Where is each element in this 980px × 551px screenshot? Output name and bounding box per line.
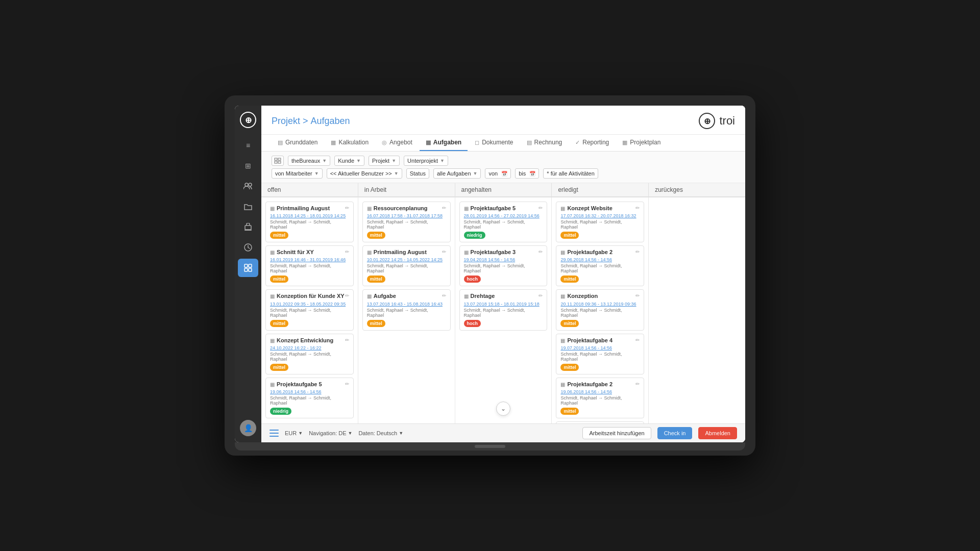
column-angehalten: ▦ Projektaufgabe 5 ✏ 28.01.2019 14:56 - … (455, 197, 552, 423)
task-card[interactable]: ▦ Ressourcenplanung ✏ 16.07.2018 17:58 -… (362, 202, 451, 242)
tab-grunddaten[interactable]: ▤ Grunddaten (272, 135, 324, 151)
sidebar-item-stamp[interactable] (238, 218, 258, 236)
card-edit-icon[interactable]: ✏ (442, 293, 446, 298)
tab-reporting[interactable]: ✓ Reporting (569, 135, 615, 151)
task-card[interactable]: ▦ Konzept Website ✏ 17.07.2018 16:32 - 2… (556, 202, 644, 242)
task-card[interactable]: ▦ Printmailing August ✏ 10.01.2022 14:25… (362, 245, 451, 286)
abmelden-button[interactable]: Abmelden (698, 427, 737, 439)
column-in-arbeit: ▦ Ressourcenplanung ✏ 16.07.2018 17:58 -… (358, 197, 455, 423)
card-person: Schmidt, Raphael → Schmidt, Raphael (367, 308, 446, 318)
task-card[interactable]: ▦ Printmailing August ✏ 16.11.2018 14:25… (265, 202, 354, 242)
card-edit-icon[interactable]: ✏ (635, 337, 640, 343)
card-date: 19.06.2018 14:56 - 14:56 (270, 389, 349, 394)
card-person: Schmidt, Raphael → Schmidt, Raphael (270, 263, 349, 273)
tab-aufgaben-label: Aufgaben (433, 139, 461, 146)
kunde-label: Kunde (338, 158, 354, 164)
von-mitarbeiter-arrow: ▼ (314, 171, 319, 176)
kunde-arrow: ▼ (356, 158, 361, 163)
alle-aufgaben-select[interactable]: alle Aufgaben ▼ (433, 168, 481, 179)
sidebar-item-folder[interactable] (238, 197, 258, 216)
aktivitaeten-input[interactable]: * für alle Aktivitäten (543, 168, 598, 179)
kalkulation-icon: ▦ (331, 139, 336, 146)
card-edit-icon[interactable]: ✏ (538, 249, 543, 255)
status-label: Status (410, 170, 426, 177)
tab-dokumente[interactable]: ◻ Dokumente (469, 135, 519, 151)
company-icon (272, 156, 284, 166)
card-task-icon: ▦ (464, 249, 469, 255)
task-card[interactable]: ▦ Konzeption für Kunde XY ✏ 13.01.2022 0… (265, 289, 354, 330)
card-edit-icon[interactable]: ✏ (538, 293, 543, 298)
arbeitszeit-button[interactable]: Arbeitszeit hinzufügen (582, 427, 651, 439)
task-card[interactable]: ▦ Konzeption ✏ 20.11.2018 09:36 - 13.12.… (556, 289, 644, 330)
task-card[interactable]: ▦ Projektaufgabe 4 ✏ 19.07.2018 14:56 - … (556, 334, 644, 374)
von-mitarbeiter-select[interactable]: von Mitarbeiter ▼ (272, 168, 323, 179)
card-edit-icon[interactable]: ✏ (345, 205, 349, 211)
sidebar-item-team[interactable] (238, 177, 258, 195)
task-card[interactable]: ▦ Projektaufgabe 2 ✏ 19.06.2018 14:56 - … (556, 378, 644, 418)
card-title: Projektaufgabe 3 (471, 249, 516, 256)
footer-menu-icon[interactable] (270, 430, 279, 437)
user-avatar[interactable]: 👤 (240, 420, 256, 436)
card-edit-icon[interactable]: ✏ (345, 249, 349, 255)
unterprojekt-label: Unterprojekt (407, 158, 438, 164)
projekt-select[interactable]: Projekt ▼ (369, 156, 400, 166)
card-title: Projektaufgabe 4 (567, 337, 612, 344)
tab-aufgaben[interactable]: ▦ Aufgaben (420, 135, 468, 151)
tab-kalkulation[interactable]: ▦ Kalkulation (325, 135, 375, 151)
card-task-icon: ▦ (560, 249, 565, 255)
task-card[interactable]: ▦ Projektaufgabe 3 ✏ 19.04.2018 14:56 - … (459, 245, 548, 286)
status-select[interactable]: Status (406, 168, 429, 179)
card-edit-icon[interactable]: ✏ (635, 205, 640, 211)
task-card[interactable]: ▦ Projektaufgabe 2 ✏ 29.06.2018 14:56 - … (556, 245, 644, 286)
card-edit-icon[interactable]: ✏ (635, 249, 640, 255)
sidebar: ⊕ ≡ ⊞ 👤 (235, 106, 261, 442)
task-card[interactable]: ▦ Schnitt für XY ✏ 16.01.2019 16:46 - 31… (265, 245, 354, 286)
task-card[interactable]: ▦ Projektaufgabe 5 ✏ 19.06.2018 14:56 - … (265, 378, 354, 418)
navigation-select[interactable]: Navigation: DE ▼ (309, 430, 352, 436)
daten-select[interactable]: Daten: Deutsch ▼ (358, 430, 403, 436)
card-title: Konzeption (567, 293, 598, 299)
unterprojekt-select[interactable]: Unterprojekt ▼ (404, 156, 448, 166)
footer: EUR ▼ Navigation: DE ▼ Daten: Deutsch ▼ … (261, 423, 745, 442)
card-edit-icon[interactable]: ✏ (442, 205, 446, 211)
task-card[interactable]: ▦ Konzept Entwicklung ✏ 24.10.2022 16:22… (265, 334, 354, 374)
card-edit-icon[interactable]: ✏ (442, 249, 446, 255)
priority-badge: hoch (464, 276, 481, 283)
sidebar-item-tasks[interactable] (238, 259, 258, 277)
priority-badge: mittel (560, 276, 579, 283)
card-edit-icon[interactable]: ✏ (345, 381, 349, 387)
col-header-zurueckges: zurückges (649, 183, 745, 196)
card-task-icon: ▦ (367, 206, 372, 211)
angebot-icon: ◎ (382, 139, 387, 146)
priority-badge: mittel (367, 320, 385, 327)
bis-date[interactable]: bis 📅 (515, 168, 539, 179)
kunde-select[interactable]: Kunde ▼ (334, 156, 364, 166)
card-person: Schmidt, Raphael → Schmidt, Raphael (464, 308, 543, 318)
svg-rect-3 (244, 230, 252, 231)
card-edit-icon[interactable]: ✏ (635, 293, 640, 298)
tab-projektplan[interactable]: ▦ Projektplan (616, 135, 667, 151)
sidebar-item-menu[interactable]: ≡ (238, 136, 258, 155)
card-edit-icon[interactable]: ✏ (345, 337, 349, 343)
task-card[interactable]: ▦ Aufgabe ✏ 13.07.2018 16:43 - 15.08.201… (362, 289, 451, 330)
company-select[interactable]: theBureaux ▼ (288, 156, 330, 166)
card-edit-icon[interactable]: ✏ (345, 293, 349, 298)
currency-select[interactable]: EUR ▼ (285, 430, 303, 436)
checkin-button[interactable]: Check in (657, 427, 693, 439)
scroll-down-button[interactable]: ⌄ (496, 402, 510, 416)
tab-angebot[interactable]: ◎ Angebot (376, 135, 419, 151)
card-task-icon: ▦ (270, 293, 275, 299)
alle-aufgaben-label: alle Aufgaben (437, 170, 471, 177)
aktueller-benutzer-select[interactable]: << Aktueller Benutzer >> ▼ (327, 168, 402, 179)
card-edit-icon[interactable]: ✏ (538, 205, 543, 211)
sidebar-item-grid[interactable]: ⊞ (238, 157, 258, 175)
sidebar-logo[interactable]: ⊕ (240, 112, 256, 128)
card-person: Schmidt, Raphael → Schmidt, Raphael (464, 263, 543, 273)
card-edit-icon[interactable]: ✏ (635, 381, 640, 387)
von-date[interactable]: von 📅 (485, 168, 511, 179)
sidebar-item-clock[interactable] (238, 238, 258, 257)
tab-rechnung[interactable]: ▤ Rechnung (521, 135, 569, 151)
task-card[interactable]: ▦ Drehtage ✏ 13.07.2018 15:18 - 18.01.20… (459, 289, 548, 330)
col-header-offen: offen (261, 183, 358, 196)
task-card[interactable]: ▦ Projektaufgabe 5 ✏ 28.01.2019 14:56 - … (459, 202, 548, 242)
